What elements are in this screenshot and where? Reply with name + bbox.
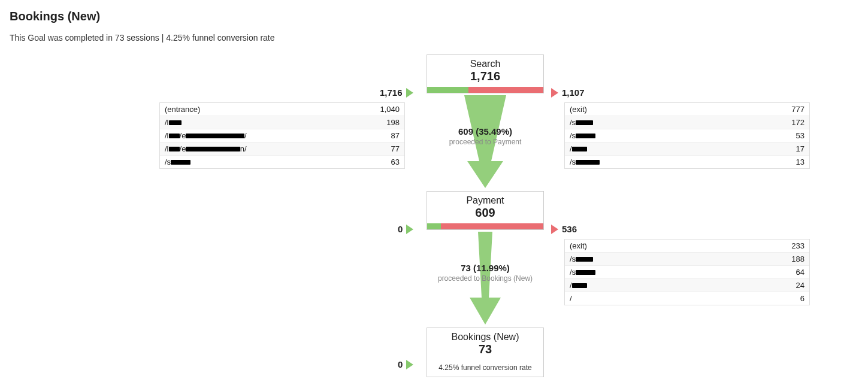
row-value: 1,040 [370, 105, 400, 114]
step-name: Payment [427, 192, 543, 206]
arrow-right-red-icon [551, 225, 558, 234]
row-value: 198 [370, 118, 400, 127]
table-row[interactable]: / 17 [565, 143, 809, 156]
step-outflow: 536 [548, 224, 577, 234]
step-value: 609 [427, 206, 543, 223]
step-inflow: 1,716 [380, 87, 417, 98]
row-label: (exit) [570, 105, 775, 114]
row-value: 63 [370, 157, 400, 166]
row-value: 6 [775, 294, 805, 303]
row-value: 77 [370, 144, 400, 153]
inflow-value: 0 [398, 224, 403, 234]
inflow-value: 1,716 [380, 87, 403, 98]
step-name: Search [427, 55, 543, 69]
row-value: 87 [370, 131, 400, 140]
table-row[interactable]: /s 188 [565, 253, 809, 266]
arrow-right-green-icon [406, 360, 413, 369]
proceed-text: 73 (11.99%) [416, 263, 554, 273]
row-label: /s [570, 254, 775, 263]
row-value: 53 [775, 131, 805, 140]
table-row[interactable]: /l /e /87 [160, 129, 404, 143]
table-row[interactable]: /s 64 [565, 266, 809, 279]
arrow-right-green-icon [406, 88, 413, 98]
row-value: 64 [775, 268, 805, 277]
row-label: /l [165, 118, 370, 127]
table-row[interactable]: (exit)777 [565, 103, 809, 116]
proceed-text: 609 (35.49%) [416, 126, 554, 137]
step-value: 1,716 [427, 69, 543, 87]
row-value: 188 [775, 254, 805, 263]
funnel-step-search[interactable]: Search 1,716 [427, 54, 544, 93]
proceed-label: 609 (35.49%) proceeded to Payment [416, 126, 554, 146]
table-row[interactable]: /s 53 [565, 129, 809, 143]
row-value: 13 [775, 157, 805, 166]
row-value: 17 [775, 144, 805, 153]
page-subtitle: This Goal was completed in 73 sessions |… [10, 33, 858, 43]
row-label: /s [570, 131, 775, 140]
row-label: / [570, 144, 775, 153]
step-inflow: 0 [398, 224, 417, 234]
funnel-canvas: Search 1,716 1,716 1,107 (entrance)1,040… [10, 54, 858, 382]
exit-table-search[interactable]: (exit)777/s 172/s 53/ 17/s 13 [564, 102, 810, 169]
outflow-value: 536 [562, 224, 577, 234]
row-value: 777 [775, 105, 805, 114]
exit-table-payment[interactable]: (exit)233/s 188/s 64/ 24/6 [564, 239, 810, 305]
table-row[interactable]: /s 172 [565, 116, 809, 129]
inflow-value: 0 [398, 359, 403, 369]
proceed-label: 73 (11.99%) proceeded to Bookings (New) [416, 263, 554, 283]
arrow-right-green-icon [406, 225, 413, 234]
row-value: 24 [775, 281, 805, 290]
row-label: / [570, 294, 775, 303]
row-label: /s [570, 268, 775, 277]
arrow-right-red-icon [551, 88, 558, 98]
table-row[interactable]: (entrance)1,040 [160, 103, 404, 116]
table-row[interactable]: /l 198 [160, 116, 404, 129]
step-value: 73 [427, 342, 543, 360]
step-bar [427, 87, 543, 93]
row-label: /l /e / [165, 131, 370, 140]
row-label: / [570, 281, 775, 290]
step-outflow: 1,107 [548, 87, 585, 98]
table-row[interactable]: /s 63 [160, 156, 404, 168]
outflow-value: 1,107 [562, 87, 585, 98]
table-row[interactable]: /s 13 [565, 156, 809, 168]
step-bar [427, 223, 543, 229]
row-value: 172 [775, 118, 805, 127]
row-label: /s [165, 157, 370, 166]
row-label: (exit) [570, 241, 775, 250]
table-row[interactable]: / 24 [565, 279, 809, 292]
step-extra: 4.25% funnel conversion rate [427, 360, 543, 377]
table-row[interactable]: /l /e n/77 [160, 143, 404, 156]
table-row[interactable]: /6 [565, 292, 809, 305]
entrance-table-search[interactable]: (entrance)1,040/l 198/l /e /87/l /e n/77… [159, 102, 405, 169]
row-label: /s [570, 157, 775, 166]
table-row[interactable]: (exit)233 [565, 239, 809, 253]
page-title: Bookings (New) [10, 10, 858, 23]
step-inflow: 0 [398, 359, 417, 369]
row-value: 233 [775, 241, 805, 250]
proceed-sub: proceeded to Payment [416, 138, 554, 146]
proceed-sub: proceeded to Bookings (New) [416, 274, 554, 283]
row-label: (entrance) [165, 105, 370, 114]
step-name: Bookings (New) [427, 328, 543, 342]
funnel-step-payment[interactable]: Payment 609 [427, 191, 544, 230]
row-label: /l /e n/ [165, 144, 370, 153]
row-label: /s [570, 118, 775, 127]
funnel-step-bookings[interactable]: Bookings (New) 73 4.25% funnel conversio… [427, 328, 544, 377]
